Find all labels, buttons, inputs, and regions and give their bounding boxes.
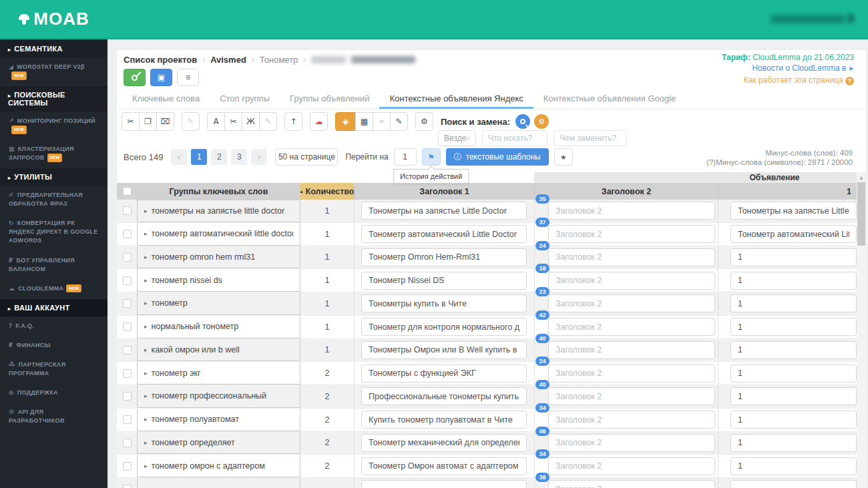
sidebar-section[interactable]: ▸СЕМАНТИКА [0, 39, 107, 57]
row-checkbox[interactable] [123, 392, 132, 401]
headline2-input[interactable] [548, 294, 715, 312]
tab-1[interactable]: Стоп группы [210, 90, 280, 109]
headline1-input[interactable] [361, 387, 527, 405]
keyword-group-cell[interactable] [137, 478, 300, 488]
text1-input[interactable] [730, 294, 857, 312]
page-button-1[interactable]: 1 [191, 149, 207, 165]
keyword-group-cell[interactable]: ▸тонометр экг [137, 362, 300, 385]
trash-button[interactable]: ⌧ [156, 112, 174, 131]
bug-button[interactable]: Ж [242, 112, 260, 131]
sidebar-item[interactable]: ↻КОНВЕРТАЦИЯ РК ЯНДЕКС ДИРЕКТ В GOOGLE A… [0, 214, 107, 250]
vertical-scrollbar[interactable]: ▲ [857, 172, 866, 488]
sidebar-section[interactable]: ▸ВАШ АККАУНТ [0, 298, 107, 316]
row-checkbox[interactable] [123, 369, 132, 378]
text1-input[interactable] [730, 248, 857, 266]
keyword-group-cell[interactable]: ▸тонометр nissei ds [137, 269, 300, 292]
headline2-input[interactable] [548, 411, 715, 429]
text1-input[interactable] [730, 341, 857, 359]
headline1-input[interactable] [361, 318, 527, 336]
breadcrumb-campaign[interactable]: Тонометр [260, 55, 298, 65]
keyword-group-cell[interactable]: ▸тонометры на запястье little doctor [137, 200, 300, 222]
headline2-input[interactable] [548, 225, 715, 243]
headline2-input[interactable] [548, 387, 715, 405]
text1-input[interactable] [730, 272, 857, 290]
keyword-group-cell[interactable]: ▸тонометр полуавтомат [137, 409, 300, 431]
headline1-input[interactable] [361, 294, 527, 312]
row-checkbox[interactable] [123, 276, 132, 285]
goto-page-input[interactable] [394, 148, 417, 166]
text1-input[interactable] [730, 225, 857, 243]
count-header[interactable]: ▴Количество [300, 183, 354, 200]
upload-button[interactable]: ↑ [284, 112, 302, 131]
text1-input[interactable] [730, 364, 857, 383]
row-checkbox[interactable] [123, 206, 132, 215]
text1-input[interactable] [730, 387, 857, 405]
copy-button[interactable]: ❐ [139, 112, 157, 131]
sidebar-item[interactable]: ☁CLOUDLEMMANEW [0, 279, 107, 298]
row-checkbox[interactable] [123, 230, 132, 238]
row-checkbox[interactable] [123, 439, 132, 447]
sidebar-section[interactable]: ▸УТИЛИТЫ [0, 168, 107, 186]
history-button[interactable]: ⚑ История действий [422, 148, 441, 166]
page-button-3[interactable]: 3 [231, 149, 247, 165]
grid-button[interactable]: ▦ [355, 112, 373, 131]
tab-2[interactable]: Группы объявлений [280, 90, 379, 109]
text1-input[interactable] [730, 480, 857, 488]
diamond-button[interactable]: ◈ [335, 112, 356, 131]
text1-input[interactable] [730, 318, 857, 336]
cloud-download-button[interactable]: ☁ [310, 112, 328, 131]
headline1-input[interactable] [361, 202, 527, 220]
tab-4[interactable]: Контекстные объявления Google [533, 90, 686, 109]
row-checkbox[interactable] [123, 299, 132, 308]
keyword-group-cell[interactable]: ▸тонометр [137, 292, 300, 315]
save-button[interactable]: ▣ [150, 69, 172, 86]
breadcrumb-project[interactable]: Avismed [210, 55, 246, 65]
row-checkbox[interactable] [123, 415, 132, 424]
redacted-account-name[interactable] [771, 15, 845, 23]
text1-input[interactable] [730, 411, 857, 429]
sidebar-item[interactable]: ?F.A.Q. [0, 316, 107, 336]
sidebar-item[interactable]: ▦КЛАСТЕРИЗАЦИЯ ЗАПРОСОВNEW [0, 140, 107, 168]
headline2-input[interactable] [548, 272, 715, 290]
row-checkbox[interactable] [123, 462, 132, 471]
keyword-group-cell[interactable]: ▸тонометр автоматический little doctor [137, 223, 300, 246]
row-checkbox[interactable] [123, 346, 132, 354]
breadcrumb-projects-link[interactable]: Список проектов [124, 55, 197, 65]
headline2-input[interactable] [548, 248, 715, 266]
headline2-input[interactable] [548, 434, 715, 452]
headline1-input[interactable] [361, 364, 527, 383]
sidebar-section[interactable]: ▸ПОИСКОВЫЕ СИСТЕМЫ [0, 85, 107, 111]
search-replace-input[interactable] [554, 130, 627, 146]
keyword-group-cell[interactable]: ▸тонометр omron hem rml31 [137, 246, 300, 269]
keyword-group-cell[interactable]: ▸тонометр профессиональный [137, 385, 300, 408]
headline1-input[interactable] [361, 457, 527, 475]
menu-button[interactable]: ≡ [177, 69, 199, 86]
headline1-input[interactable] [361, 411, 527, 429]
page-size-select[interactable]: 50 на странице [275, 148, 338, 166]
gear-button[interactable]: ⚙ [415, 112, 433, 131]
prev-page-button[interactable]: ‹ [171, 149, 187, 165]
help-link[interactable]: Как работает эта страница ? [722, 75, 854, 85]
page-button-2[interactable]: 2 [211, 149, 227, 165]
headline1-input[interactable] [361, 341, 527, 359]
scrollbar-thumb[interactable] [857, 182, 865, 246]
row-checkbox[interactable] [123, 485, 132, 488]
font-button[interactable]: A [207, 112, 225, 131]
key-button[interactable] [124, 69, 146, 86]
cut-button[interactable]: ✂ [122, 112, 140, 131]
search-settings-button[interactable]: ⚙ [534, 114, 549, 129]
headline2-input[interactable] [548, 457, 715, 475]
headline2-input[interactable] [548, 364, 715, 383]
row-checkbox[interactable] [123, 253, 132, 262]
headline2-input[interactable] [548, 341, 715, 359]
row-checkbox[interactable] [123, 322, 132, 331]
headline1-input[interactable] [361, 272, 527, 290]
headline1-input[interactable] [361, 434, 527, 452]
logo[interactable]: MOAB [0, 0, 107, 38]
sidebar-item[interactable]: ⊕ПОДДЕРЖКА [0, 383, 107, 403]
text-templates-button[interactable]: ⓘ текстовые шаблоны [446, 148, 549, 166]
tab-0[interactable]: Ключевые слова [122, 90, 210, 109]
headline1-input[interactable] [361, 248, 527, 266]
headline1-input[interactable] [361, 480, 527, 488]
next-page-button[interactable]: › [251, 149, 267, 165]
